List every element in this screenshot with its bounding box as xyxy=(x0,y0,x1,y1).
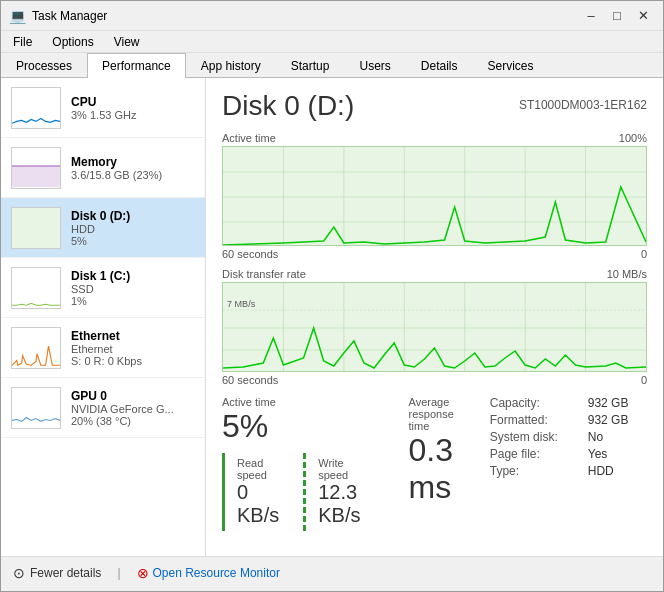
write-speed-block: Write speed 12.3 KB/s xyxy=(303,453,372,531)
svg-rect-12 xyxy=(223,283,646,372)
cpu-thumbnail xyxy=(11,87,61,129)
stats-bottom: Active time 5% Read speed 0 KB/s Write s… xyxy=(222,396,647,531)
right-stat-page-file: Page file: Yes xyxy=(490,447,663,461)
response-time-label: Average response time xyxy=(409,396,454,432)
response-time-block: Average response time 0.3 ms xyxy=(409,396,470,531)
capacity-label: Capacity: xyxy=(490,396,580,410)
response-time-value: 0.3 ms xyxy=(409,432,454,506)
active-time-stat-label: Active time xyxy=(222,396,373,408)
right-stat-formatted: Formatted: 932 GB xyxy=(490,413,663,427)
active-time-footer-right: 0 xyxy=(641,248,647,260)
separator: | xyxy=(117,566,120,580)
sidebar-item-disk0[interactable]: Disk 0 (D:) HDD 5% xyxy=(1,198,205,258)
tab-bar: Processes Performance App history Startu… xyxy=(1,53,663,78)
formatted-label: Formatted: xyxy=(490,413,580,427)
type-label: Type: xyxy=(490,464,580,478)
svg-rect-0 xyxy=(12,166,60,187)
active-time-footer-left: 60 seconds xyxy=(222,248,278,260)
fewer-details-button[interactable]: ⊙ Fewer details xyxy=(13,565,101,581)
menu-bar: File Options View xyxy=(1,31,663,53)
active-time-block: Active time 5% Read speed 0 KB/s Write s… xyxy=(222,396,389,531)
bottom-bar: ⊙ Fewer details | ⊗ Open Resource Monito… xyxy=(1,556,663,588)
open-monitor-label: Open Resource Monitor xyxy=(153,566,280,580)
disk0-pct: 5% xyxy=(71,235,195,247)
disk1-title: Disk 1 (C:) xyxy=(71,269,195,283)
tab-details[interactable]: Details xyxy=(406,53,473,78)
maximize-button[interactable]: □ xyxy=(605,6,629,26)
close-button[interactable]: ✕ xyxy=(631,6,655,26)
page-file-label: Page file: xyxy=(490,447,580,461)
main-panel: Disk 0 (D:) ST1000DM003-1ER162 Active ti… xyxy=(206,78,663,556)
disk0-title: Disk 0 (D:) xyxy=(71,209,195,223)
formatted-value: 932 GB xyxy=(588,413,629,427)
memory-title: Memory xyxy=(71,155,195,169)
sidebar-item-memory[interactable]: Memory 3.6/15.8 GB (23%) xyxy=(1,138,205,198)
type-value: HDD xyxy=(588,464,614,478)
main-content: CPU 3% 1.53 GHz Memory 3.6/15.8 GB (23%) xyxy=(1,78,663,556)
open-resource-monitor-button[interactable]: ⊗ Open Resource Monitor xyxy=(137,565,280,581)
disk1-sub: SSD xyxy=(71,283,195,295)
disk0-sub: HDD xyxy=(71,223,195,235)
tab-processes[interactable]: Processes xyxy=(1,53,87,78)
menu-options[interactable]: Options xyxy=(44,33,101,51)
system-disk-label: System disk: xyxy=(490,430,580,444)
cpu-title: CPU xyxy=(71,95,195,109)
title-bar: 💻 Task Manager – □ ✕ xyxy=(1,1,663,31)
memory-thumbnail xyxy=(11,147,61,189)
tab-performance[interactable]: Performance xyxy=(87,53,186,78)
left-stats: Active time 5% Read speed 0 KB/s Write s… xyxy=(222,396,470,531)
transfer-rate-max: 10 MB/s xyxy=(607,268,647,280)
right-stat-capacity: Capacity: 932 GB xyxy=(490,396,663,410)
system-disk-value: No xyxy=(588,430,603,444)
disk0-thumbnail xyxy=(11,207,61,249)
transfer-footer-left: 60 seconds xyxy=(222,374,278,386)
transfer-rate-section: Disk transfer rate 10 MB/s xyxy=(222,268,647,386)
cpu-sub: 3% 1.53 GHz xyxy=(71,109,195,121)
fewer-details-label: Fewer details xyxy=(30,566,101,580)
capacity-value: 932 GB xyxy=(588,396,629,410)
ethernet-title: Ethernet xyxy=(71,329,195,343)
write-speed-value: 12.3 KB/s xyxy=(318,481,360,527)
tab-startup[interactable]: Startup xyxy=(276,53,345,78)
active-time-stat-value: 5% xyxy=(222,408,373,445)
right-stat-type: Type: HDD xyxy=(490,464,663,478)
resource-monitor-icon: ⊗ xyxy=(137,565,149,581)
app-title: Task Manager xyxy=(32,9,107,23)
read-speed-label: Read speed xyxy=(237,457,279,481)
gpu0-sub: NVIDIA GeForce G... xyxy=(71,403,195,415)
ethernet-sub: Ethernet xyxy=(71,343,195,355)
sidebar-item-disk1[interactable]: Disk 1 (C:) SSD 1% xyxy=(1,258,205,318)
tab-users[interactable]: Users xyxy=(344,53,405,78)
right-stat-system-disk: System disk: No xyxy=(490,430,663,444)
active-time-chart xyxy=(222,146,647,246)
transfer-rate-label: Disk transfer rate xyxy=(222,268,306,280)
tab-services[interactable]: Services xyxy=(473,53,549,78)
write-speed-label: Write speed xyxy=(318,457,360,481)
sidebar: CPU 3% 1.53 GHz Memory 3.6/15.8 GB (23%) xyxy=(1,78,206,556)
active-time-label: Active time xyxy=(222,132,276,144)
svg-text:7 MB/s: 7 MB/s xyxy=(227,299,256,309)
ethernet-thumbnail xyxy=(11,327,61,369)
minimize-button[interactable]: – xyxy=(579,6,603,26)
ethernet-pct: S: 0 R: 0 Kbps xyxy=(71,355,195,367)
menu-view[interactable]: View xyxy=(106,33,148,51)
svg-rect-2 xyxy=(223,147,646,246)
sidebar-item-cpu[interactable]: CPU 3% 1.53 GHz xyxy=(1,78,205,138)
gpu0-title: GPU 0 xyxy=(71,389,195,403)
sidebar-item-ethernet[interactable]: Ethernet Ethernet S: 0 R: 0 Kbps xyxy=(1,318,205,378)
disk1-pct: 1% xyxy=(71,295,195,307)
disk1-thumbnail xyxy=(11,267,61,309)
gpu0-pct: 20% (38 °C) xyxy=(71,415,195,427)
transfer-footer-right: 0 xyxy=(641,374,647,386)
tab-app-history[interactable]: App history xyxy=(186,53,276,78)
read-speed-block: Read speed 0 KB/s xyxy=(222,453,291,531)
active-time-max: 100% xyxy=(619,132,647,144)
active-time-section: Active time 100% xyxy=(222,132,647,260)
app-icon: 💻 xyxy=(9,8,26,24)
sidebar-item-gpu0[interactable]: GPU 0 NVIDIA GeForce G... 20% (38 °C) xyxy=(1,378,205,438)
disk-model: ST1000DM003-1ER162 xyxy=(519,98,647,112)
right-stats: Capacity: 932 GB Formatted: 932 GB Syste… xyxy=(490,396,663,531)
read-speed-value: 0 KB/s xyxy=(237,481,279,527)
memory-sub: 3.6/15.8 GB (23%) xyxy=(71,169,195,181)
menu-file[interactable]: File xyxy=(5,33,40,51)
